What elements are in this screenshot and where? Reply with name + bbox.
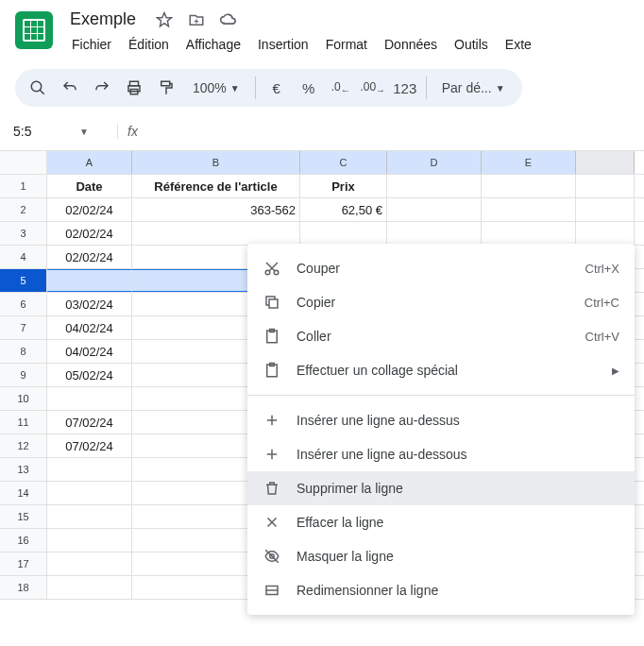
col-header-D[interactable]: D: [387, 151, 482, 174]
row-header[interactable]: 12: [0, 434, 47, 457]
row-header[interactable]: 14: [0, 482, 47, 504]
percent-icon[interactable]: %: [294, 73, 324, 103]
print-icon[interactable]: [119, 73, 149, 103]
cell[interactable]: 363-562: [132, 198, 300, 221]
cell[interactable]: 03/02/24: [47, 293, 132, 315]
cell[interactable]: [482, 198, 576, 221]
ctx-label: Insérer une ligne au-dessous: [297, 447, 619, 462]
cell[interactable]: 02/02/24: [47, 198, 132, 221]
move-icon[interactable]: [187, 10, 206, 29]
cell[interactable]: 02/02/24: [47, 246, 132, 268]
ctx-supprimer-la-ligne[interactable]: Supprimer la ligne: [247, 471, 635, 505]
cell[interactable]: 07/02/24: [47, 411, 132, 434]
cell[interactable]: 07/02/24: [47, 434, 132, 457]
increase-decimal-icon[interactable]: .00→: [358, 73, 388, 103]
row-header[interactable]: 8: [0, 340, 47, 363]
font-dropdown[interactable]: Par dé... ▼: [432, 73, 515, 103]
svg-rect-4: [161, 81, 170, 86]
cell[interactable]: [576, 175, 635, 197]
row-3[interactable]: 302/02/24: [0, 222, 644, 246]
row-header[interactable]: 13: [0, 458, 47, 481]
copy-icon: [263, 293, 281, 312]
menu-insertion[interactable]: Insertion: [250, 33, 316, 56]
row-header[interactable]: 3: [0, 222, 47, 245]
ctx-effectuer-un-collage-spécial[interactable]: Effectuer un collage spécial▶: [247, 353, 635, 387]
menu-format[interactable]: Format: [318, 33, 375, 56]
col-header-E[interactable]: E: [482, 151, 576, 174]
name-box[interactable]: 5:5▼: [4, 120, 98, 143]
ctx-insérer-une-ligne-au-dessous[interactable]: Insérer une ligne au-dessous: [247, 437, 635, 471]
ctx-couper[interactable]: CouperCtrl+X: [247, 251, 635, 285]
cell[interactable]: Référence de l'article: [132, 175, 300, 197]
row-header[interactable]: 2: [0, 198, 47, 221]
cell[interactable]: [387, 175, 482, 197]
cell[interactable]: 02/02/24: [47, 222, 132, 245]
cell[interactable]: [387, 198, 482, 221]
currency-icon[interactable]: €: [262, 73, 292, 103]
row-1[interactable]: 1DateRéférence de l'articlePrix: [0, 175, 644, 198]
cell[interactable]: [47, 482, 132, 504]
menu-fichier[interactable]: Fichier: [64, 33, 119, 56]
row-header[interactable]: 16: [0, 529, 47, 552]
row-header[interactable]: 9: [0, 364, 47, 386]
row-header[interactable]: 6: [0, 293, 47, 315]
select-all-corner[interactable]: [0, 151, 47, 174]
cell[interactable]: [47, 505, 132, 528]
row-header[interactable]: 7: [0, 316, 47, 339]
row-header[interactable]: 5: [0, 269, 47, 292]
row-header[interactable]: 15: [0, 505, 47, 528]
col-header-B[interactable]: B: [132, 151, 300, 174]
ctx-coller[interactable]: CollerCtrl+V: [247, 319, 635, 353]
cell[interactable]: [576, 222, 635, 245]
cell[interactable]: [47, 576, 132, 599]
cell[interactable]: 04/02/24: [47, 340, 132, 363]
row-header[interactable]: 11: [0, 411, 47, 434]
cell[interactable]: [47, 269, 132, 292]
row-header[interactable]: 10: [0, 387, 47, 410]
row-header[interactable]: 18: [0, 576, 47, 599]
search-icon[interactable]: [23, 73, 53, 103]
cell[interactable]: [300, 222, 387, 245]
cell[interactable]: [47, 529, 132, 552]
menu-données[interactable]: Données: [377, 33, 445, 56]
decrease-decimal-icon[interactable]: .0←: [326, 73, 356, 103]
menu-outils[interactable]: Outils: [447, 33, 496, 56]
document-title[interactable]: Exemple: [64, 8, 142, 31]
redo-icon[interactable]: [87, 73, 117, 103]
menu-édition[interactable]: Édition: [121, 33, 177, 56]
cell[interactable]: [576, 198, 635, 221]
cell[interactable]: Date: [47, 175, 132, 197]
fx-label: fx: [117, 124, 147, 139]
cell[interactable]: 04/02/24: [47, 316, 132, 339]
ctx-copier[interactable]: CopierCtrl+C: [247, 285, 635, 319]
row-header[interactable]: 17: [0, 552, 47, 575]
menu-affichage[interactable]: Affichage: [178, 33, 248, 56]
row-header[interactable]: 4: [0, 246, 47, 268]
sheets-logo[interactable]: [15, 11, 53, 49]
col-header-A[interactable]: A: [47, 151, 132, 174]
paint-format-icon[interactable]: [151, 73, 181, 103]
cell[interactable]: 05/02/24: [47, 364, 132, 386]
cell[interactable]: [47, 552, 132, 575]
cell[interactable]: Prix: [300, 175, 387, 197]
cell[interactable]: [47, 387, 132, 410]
row-header[interactable]: 1: [0, 175, 47, 197]
ctx-effacer-la-ligne[interactable]: Effacer la ligne: [247, 505, 635, 539]
ctx-redimensionner-la-ligne[interactable]: Redimensionner la ligne: [247, 573, 635, 607]
cell[interactable]: [482, 222, 576, 245]
cell[interactable]: [387, 222, 482, 245]
star-icon[interactable]: [155, 10, 174, 29]
ctx-masquer-la-ligne[interactable]: Masquer la ligne: [247, 539, 635, 573]
ctx-insérer-une-ligne-au-dessus[interactable]: Insérer une ligne au-dessus: [247, 403, 635, 437]
cell[interactable]: [482, 175, 576, 197]
cell[interactable]: 62,50 €: [300, 198, 387, 221]
col-header-C[interactable]: C: [300, 151, 387, 174]
zoom-dropdown[interactable]: 100% ▼: [183, 73, 249, 103]
menu-exte[interactable]: Exte: [498, 33, 539, 56]
cell[interactable]: [132, 222, 300, 245]
row-2[interactable]: 202/02/24363-56262,50 €: [0, 198, 644, 222]
cloud-icon[interactable]: [219, 10, 238, 29]
cell[interactable]: [47, 458, 132, 481]
number-format-icon[interactable]: 123: [390, 73, 420, 103]
undo-icon[interactable]: [55, 73, 85, 103]
